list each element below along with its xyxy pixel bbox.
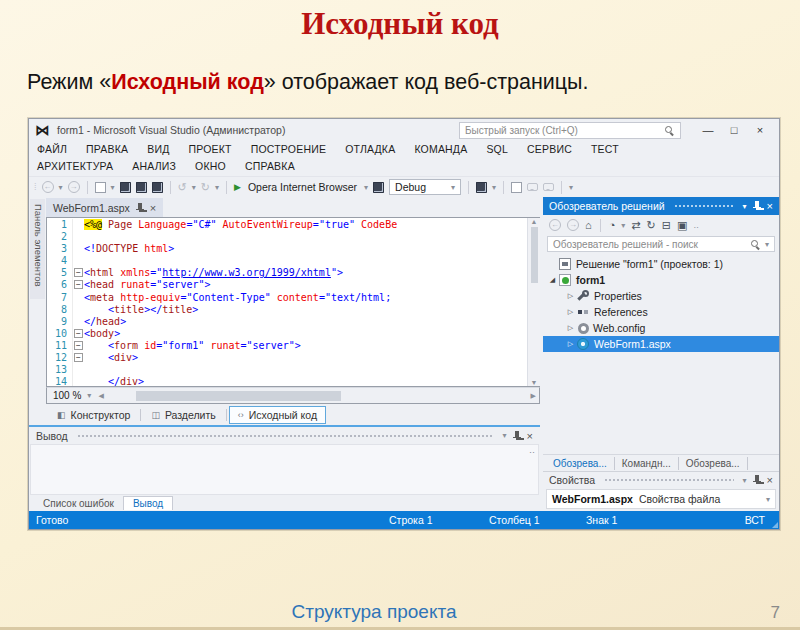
- navigate-forward-icon[interactable]: →: [68, 181, 80, 193]
- menu-item[interactable]: ОКНО: [195, 158, 226, 176]
- comment-icon[interactable]: [527, 183, 538, 191]
- vertical-scrollbar[interactable]: ▲ ▼: [527, 218, 540, 386]
- sync-icon[interactable]: ⇄: [631, 219, 640, 231]
- back-icon[interactable]: ←: [549, 219, 561, 231]
- new-file-icon[interactable]: [95, 182, 106, 193]
- view-tab-source[interactable]: ‹›Исходный код: [229, 406, 326, 424]
- open-file-icon[interactable]: [120, 182, 131, 193]
- fold-toggle-icon[interactable]: −: [74, 268, 83, 277]
- maximize-button[interactable]: □: [721, 121, 747, 139]
- pin-icon[interactable]: [136, 203, 144, 213]
- bottom-tab[interactable]: Вывод: [123, 496, 173, 510]
- tree-item-aspx[interactable]: ▷WebForm1.aspx: [543, 336, 779, 352]
- tree-item-references[interactable]: ▷References: [543, 304, 779, 320]
- pin-icon[interactable]: [753, 201, 761, 211]
- minimize-button[interactable]: —: [695, 121, 721, 139]
- tree-item-config[interactable]: ▷Web.config: [543, 320, 779, 336]
- output-overflow-icon[interactable]: ‥: [529, 445, 535, 455]
- close-icon[interactable]: ×: [767, 475, 773, 485]
- close-icon[interactable]: ×: [527, 431, 533, 441]
- menu-item[interactable]: ВИД: [147, 141, 169, 158]
- output-panel-header[interactable]: Вывод ▾ ×: [29, 427, 540, 444]
- toolbox-tab[interactable]: Панель элементов: [30, 199, 45, 299]
- tab-close-icon[interactable]: ×: [150, 203, 156, 213]
- menu-item[interactable]: СЕРВИС: [527, 141, 572, 158]
- horizontal-scrollbar[interactable]: [108, 390, 527, 402]
- code-editor[interactable]: 1<%@ Page Language="C#" AutoEventWireup=…: [46, 217, 540, 387]
- view-tab-split[interactable]: ◫Разделить: [143, 407, 223, 423]
- run-target-caret-icon[interactable]: ▾: [364, 183, 368, 192]
- navigate-back-caret-icon[interactable]: ▾: [59, 183, 63, 192]
- menu-item[interactable]: АНАЛИЗ: [132, 158, 176, 176]
- bottom-tab[interactable]: Список ошибок: [34, 497, 123, 510]
- uncomment-icon[interactable]: [543, 183, 554, 191]
- zoom-dropdown[interactable]: 100 % ▾: [50, 390, 94, 401]
- tree-expander-icon[interactable]: ▷: [565, 324, 576, 332]
- menu-item[interactable]: SQL: [486, 141, 508, 158]
- tree-item-solution[interactable]: Решение "form1" (проектов: 1): [543, 256, 779, 272]
- forward-icon[interactable]: →: [567, 219, 579, 231]
- close-button[interactable]: ×: [747, 121, 773, 139]
- pin-icon[interactable]: [753, 475, 761, 485]
- menu-item[interactable]: КОМАНДА: [414, 141, 467, 158]
- scroll-thumb[interactable]: [531, 227, 538, 283]
- fold-toggle-icon[interactable]: −: [74, 280, 83, 289]
- refresh-icon[interactable]: ↻: [647, 219, 656, 231]
- toolbar-overflow-icon[interactable]: ▾: [569, 183, 573, 192]
- menu-item[interactable]: ПОСТРОЕНИЕ: [251, 141, 326, 158]
- tree-item-properties[interactable]: ▷Properties: [543, 288, 779, 304]
- pending-caret-icon[interactable]: ▾: [621, 221, 625, 230]
- redo-icon[interactable]: ↻: [201, 181, 210, 194]
- menu-item[interactable]: ПРАВКА: [86, 141, 128, 158]
- resize-grip[interactable]: [772, 522, 778, 528]
- run-target-label[interactable]: Opera Internet Browser: [248, 181, 357, 193]
- tree-expander-icon[interactable]: ▷: [565, 308, 576, 316]
- properties-object-dropdown[interactable]: WebForm1.aspx Свойства файла ▾: [546, 489, 776, 509]
- solution-explorer-header[interactable]: Обозреватель решений ▾ ×: [543, 197, 779, 215]
- scroll-right-icon[interactable]: ▶: [531, 392, 536, 400]
- scroll-up-icon[interactable]: ▲: [531, 218, 538, 225]
- vs-titlebar[interactable]: ⋈ form1 - Microsoft Visual Studio (Админ…: [29, 119, 779, 141]
- close-icon[interactable]: ×: [767, 201, 773, 211]
- save-all-icon[interactable]: [152, 182, 163, 193]
- document-outline-icon[interactable]: [511, 182, 522, 193]
- toolbar-grip[interactable]: ⁞: [34, 182, 37, 192]
- undo-icon[interactable]: ↺: [178, 181, 187, 194]
- menu-item[interactable]: ПРОЕКТ: [188, 141, 231, 158]
- panel-grip[interactable]: [77, 434, 494, 438]
- attach-process-icon[interactable]: [373, 182, 384, 193]
- save-icon[interactable]: [136, 182, 147, 193]
- find-icon[interactable]: [476, 182, 487, 193]
- redo-caret-icon[interactable]: ▾: [215, 183, 219, 192]
- horizontal-scroll-thumb[interactable]: [136, 391, 341, 401]
- pin-icon[interactable]: [513, 431, 521, 441]
- right-tab[interactable]: Обозрева...: [546, 457, 615, 470]
- home-icon[interactable]: ⌂: [585, 219, 592, 231]
- tree-item-project[interactable]: ◢form1: [543, 272, 779, 288]
- fold-toggle-icon[interactable]: −: [74, 341, 83, 350]
- panel-grip[interactable]: [604, 478, 733, 482]
- configuration-dropdown[interactable]: Debug ▾: [389, 179, 461, 195]
- properties-header[interactable]: Свойства ▾ ×: [543, 472, 779, 488]
- fold-toggle-icon[interactable]: −: [74, 329, 83, 338]
- right-tab[interactable]: Командн...: [615, 457, 679, 470]
- tree-expander-icon[interactable]: ▷: [565, 292, 576, 300]
- menu-item[interactable]: АРХИТЕКТУРА: [37, 158, 113, 176]
- preview-icon[interactable]: ▣: [677, 219, 687, 231]
- find-caret-icon[interactable]: ▾: [492, 183, 496, 192]
- new-file-caret-icon[interactable]: ▾: [111, 183, 115, 192]
- undo-caret-icon[interactable]: ▾: [192, 183, 196, 192]
- output-menu-caret-icon[interactable]: ▾: [503, 431, 507, 440]
- quick-launch-input[interactable]: Быстрый запуск (Ctrl+Q): [459, 122, 681, 139]
- properties-menu-caret-icon[interactable]: ▾: [743, 476, 747, 485]
- tree-expander-icon[interactable]: ◢: [547, 276, 558, 284]
- menu-item[interactable]: СПРАВКА: [245, 158, 295, 176]
- fold-toggle-icon[interactable]: −: [74, 353, 83, 362]
- menu-item[interactable]: ФАЙЛ: [37, 141, 67, 158]
- pending-changes-icon[interactable]: ◔: [609, 219, 616, 231]
- navigate-back-icon[interactable]: ←: [42, 181, 54, 193]
- solution-explorer-search[interactable]: Обозреватель решений - поиск ▾: [547, 236, 775, 252]
- se-menu-caret-icon[interactable]: ▾: [743, 202, 747, 211]
- tree-expander-icon[interactable]: ▷: [565, 340, 576, 348]
- document-tab-webform1[interactable]: WebForm1.aspx ×: [46, 198, 163, 217]
